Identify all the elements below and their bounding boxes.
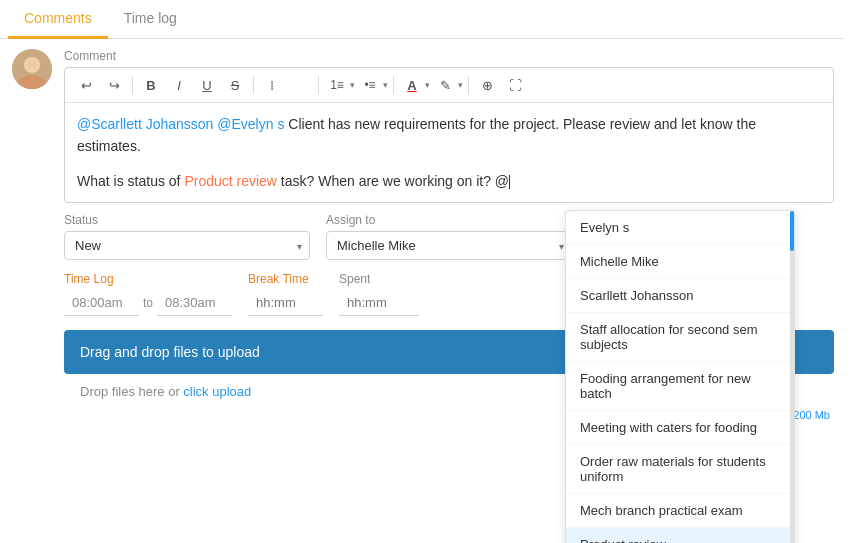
toolbar-sep-2 (253, 76, 254, 94)
line2-prefix: What is status of (77, 173, 184, 189)
toolbar-sep-1 (132, 76, 133, 94)
ordered-list-arrow[interactable]: ▾ (350, 80, 355, 90)
tab-comments[interactable]: Comments (8, 0, 108, 39)
time-to-label: to (143, 296, 153, 310)
align-right-button[interactable] (287, 72, 313, 98)
break-field: Break Time (248, 272, 323, 316)
mention-evelyn: @Evelyn s (217, 116, 284, 132)
assign-field: Assign to Michelle Mike ▾ (326, 213, 572, 260)
strikethrough-button[interactable]: S (222, 72, 248, 98)
underline-button[interactable]: U (194, 72, 220, 98)
font-color-arrow[interactable]: ▾ (425, 80, 430, 90)
break-label: Break Time (248, 272, 323, 286)
svg-point-3 (26, 58, 38, 70)
editor-line-1: @Scarllett Johansson @Evelyn s Client ha… (77, 113, 821, 158)
highlight-arrow[interactable]: ▾ (458, 80, 463, 90)
click-upload-link[interactable]: click upload (183, 384, 251, 399)
dropdown-item-8[interactable]: Product review (566, 528, 794, 543)
assign-select[interactable]: Michelle Mike (326, 231, 572, 260)
page-wrapper: Comments Time log Comment ↩ ↪ (0, 0, 852, 431)
toolbar-sep-3 (318, 76, 319, 94)
mention-dropdown: Evelyn sMichelle MikeScarllett Johansson… (565, 210, 795, 543)
assign-label: Assign to (326, 213, 572, 227)
bold-button[interactable]: B (138, 72, 164, 98)
drop-text: Drop files here or (80, 384, 183, 399)
highlight-group: ✎ ▾ (432, 72, 463, 98)
tabs-bar: Comments Time log (0, 0, 844, 39)
avatar (12, 49, 52, 89)
stamp-button[interactable]: ⊕ (474, 72, 500, 98)
status-field: Status New ▾ (64, 213, 310, 260)
drop-zone-title: Drag and drop files to upload (80, 344, 260, 360)
text-cursor (509, 175, 510, 189)
toolbar: ↩ ↪ B I U S ⁞ 1≡ ▾ •≡ (65, 68, 833, 103)
dropdown-scrollbar (790, 211, 794, 543)
task-link: Product review (184, 173, 277, 189)
undo-button[interactable]: ↩ (73, 72, 99, 98)
dropdown-item-1[interactable]: Michelle Mike (566, 245, 794, 279)
time-inputs: to (64, 290, 232, 316)
timelog-field: Time Log to (64, 272, 232, 316)
dropdown-item-7[interactable]: Mech branch practical exam (566, 494, 794, 528)
dropdown-item-6[interactable]: Order raw materials for students uniform (566, 445, 794, 494)
assign-select-wrapper: Michelle Mike ▾ (326, 231, 572, 260)
unordered-list-group: •≡ ▾ (357, 72, 388, 98)
dropdown-item-5[interactable]: Meeting with caters for fooding (566, 411, 794, 445)
spent-field: Spent (339, 272, 419, 316)
time-end-input[interactable] (157, 290, 232, 316)
fullscreen-button[interactable]: ⛶ (502, 72, 528, 98)
status-select[interactable]: New (64, 231, 310, 260)
spent-label: Spent (339, 272, 419, 286)
break-input[interactable] (248, 290, 323, 316)
timelog-label: Time Log (64, 272, 232, 286)
status-select-wrapper: New ▾ (64, 231, 310, 260)
editor-wrapper: ↩ ↪ B I U S ⁞ 1≡ ▾ •≡ (64, 67, 834, 203)
editor-line-2: What is status of Product review task? W… (77, 170, 821, 192)
font-color-group: A ▾ (399, 72, 430, 98)
dropdown-item-4[interactable]: Fooding arrangement for new batch (566, 362, 794, 411)
dropdown-item-3[interactable]: Staff allocation for second sem subjects (566, 313, 794, 362)
unordered-list-button[interactable]: •≡ (357, 72, 383, 98)
italic-button[interactable]: I (166, 72, 192, 98)
status-label: Status (64, 213, 310, 227)
highlight-button[interactable]: ✎ (432, 72, 458, 98)
align-left-button[interactable]: ⁞ (259, 72, 285, 98)
time-start-input[interactable] (64, 290, 139, 316)
comment-label: Comment (64, 49, 834, 63)
line2-suffix: task? When are we working on it? @ (277, 173, 509, 189)
toolbar-sep-4 (393, 76, 394, 94)
redo-button[interactable]: ↪ (101, 72, 127, 98)
dropdown-scrollbar-thumb (790, 211, 794, 251)
ordered-list-group: 1≡ ▾ (324, 72, 355, 98)
unordered-list-arrow[interactable]: ▾ (383, 80, 388, 90)
tab-timelog[interactable]: Time log (108, 0, 193, 39)
dropdown-item-0[interactable]: Evelyn s (566, 211, 794, 245)
dropdown-items-list: Evelyn sMichelle MikeScarllett Johansson… (566, 211, 794, 543)
ordered-list-button[interactable]: 1≡ (324, 72, 350, 98)
font-color-button[interactable]: A (399, 72, 425, 98)
toolbar-sep-5 (468, 76, 469, 94)
editor-content[interactable]: @Scarllett Johansson @Evelyn s Client ha… (65, 103, 833, 202)
dropdown-item-2[interactable]: Scarllett Johansson (566, 279, 794, 313)
spent-input[interactable] (339, 290, 419, 316)
mention-scarllett: @Scarllett Johansson (77, 116, 213, 132)
